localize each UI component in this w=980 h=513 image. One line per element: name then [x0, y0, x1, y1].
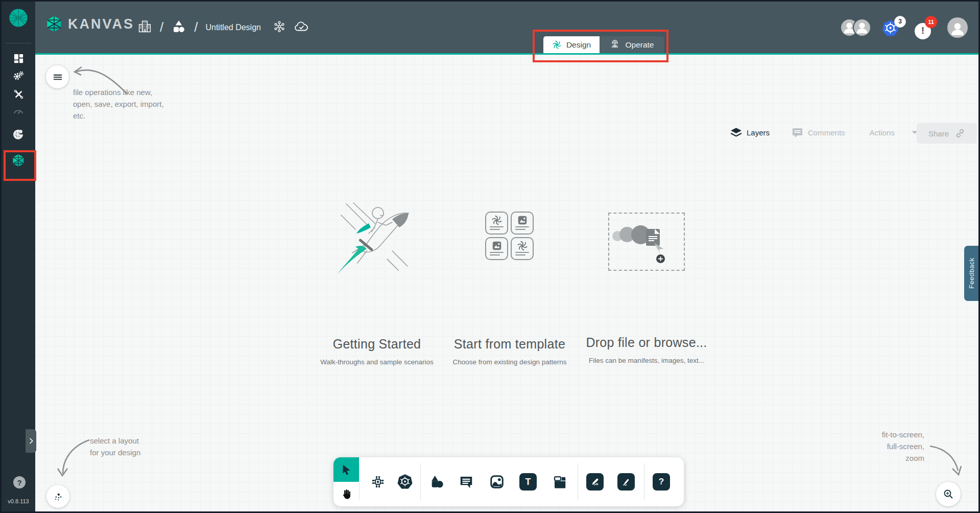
help-tool-icon: ?: [653, 473, 670, 491]
text-tool-icon: T: [519, 473, 537, 491]
sidebar-item-performance[interactable]: [2, 104, 35, 122]
tool-help[interactable]: ?: [652, 473, 671, 491]
annotation-arrow-zoom: [927, 439, 965, 482]
extensions-icon: [12, 128, 25, 143]
breadcrumb: / / Untitled Design: [137, 2, 309, 53]
annotation-file-ops: file operations like new, open, save, ex…: [73, 86, 164, 122]
tool-image[interactable]: [488, 473, 506, 491]
top-header: KANVAS / / Untitled Design: [35, 2, 978, 53]
gears-icon: [12, 70, 25, 84]
tool-comment[interactable]: [457, 473, 475, 491]
kubernetes-count-badge: 3: [894, 16, 906, 28]
section-icon: [552, 474, 567, 489]
kanvas-brand[interactable]: KANVAS: [45, 15, 134, 33]
sidebar-item-extensions[interactable]: [2, 127, 35, 144]
card-drop-file[interactable]: [608, 213, 685, 271]
tool-components[interactable]: [369, 473, 387, 491]
layers-icon: [730, 126, 743, 139]
zoom-in-magnifier-icon: [942, 488, 954, 500]
kubernetes-context-switcher[interactable]: 3: [881, 16, 915, 39]
card-title: Drop file or browse...: [575, 335, 718, 350]
tab-design[interactable]: Design: [543, 36, 600, 53]
card-start-from-template[interactable]: [485, 212, 534, 260]
notifications-button[interactable]: ! 11: [915, 14, 943, 41]
toolbar-divider: [644, 463, 644, 500]
tools-icon: [13, 88, 25, 102]
tab-operate[interactable]: Operate: [600, 36, 664, 53]
kanvas-logo-text: KANVAS: [68, 16, 134, 32]
question-mark-glyph: ?: [17, 478, 21, 487]
template-tile: [511, 237, 534, 260]
dashboard-grid-icon: [13, 53, 25, 66]
component-circuit-icon: [370, 474, 386, 489]
actions-dropdown[interactable]: Actions: [870, 128, 919, 137]
layers-label: Layers: [747, 128, 770, 137]
toolbar-divider: [420, 463, 421, 500]
sidebar-expand-button[interactable]: [26, 429, 36, 453]
app-version: v0.8.113: [2, 498, 35, 504]
comments-button[interactable]: Comments: [791, 126, 845, 139]
environment-cluster-icon[interactable]: [273, 20, 286, 35]
card-subtitle: Files can be manifests, images, text...: [570, 357, 723, 364]
menu-hamburger-icon: [52, 72, 63, 83]
card-getting-started[interactable]: Getting Started Walk-throughs and sample…: [305, 201, 448, 369]
toolbar-divider: [578, 463, 578, 500]
feedback-tab[interactable]: Feedback: [964, 246, 978, 301]
tool-shapes[interactable]: [427, 473, 446, 491]
help-button[interactable]: ?: [13, 476, 26, 488]
sidebar-item-configuration[interactable]: [2, 86, 35, 104]
tool-pen[interactable]: [586, 473, 604, 491]
tool-text[interactable]: T: [519, 473, 537, 491]
designs-shapes-icon[interactable]: [171, 19, 186, 36]
tool-select-cursor[interactable]: [333, 457, 359, 482]
rocket-illustration: [331, 202, 423, 283]
design-canvas[interactable]: Layers Comments Actions Share: [35, 55, 978, 511]
card-title: Start from template: [438, 337, 581, 352]
breadcrumb-separator: /: [160, 19, 163, 35]
header-accent-bar: [35, 53, 978, 55]
drop-cursor-icon: [653, 242, 666, 255]
collaborators-avatars[interactable]: [840, 18, 873, 37]
tab-operate-label: Operate: [625, 40, 654, 50]
breadcrumb-separator: /: [194, 19, 198, 35]
kanvas-logo-icon: [45, 15, 63, 33]
annotation-layout: select a layout for your design: [90, 435, 140, 458]
share-button[interactable]: Share: [917, 123, 977, 144]
sidebar-item-lifecycle[interactable]: [2, 68, 35, 86]
share-label: Share: [928, 129, 949, 138]
zoom-button[interactable]: [936, 482, 961, 506]
image-icon: [489, 474, 505, 489]
file-menu-button[interactable]: [46, 65, 69, 88]
tool-pencil[interactable]: [617, 473, 635, 491]
header-right-cluster: 3 ! 11: [840, 2, 978, 53]
sidebar-item-dashboard[interactable]: [2, 51, 35, 68]
cloud-saved-icon: [294, 19, 309, 36]
user-avatar[interactable]: [947, 17, 968, 38]
card-title: Getting Started: [305, 337, 448, 352]
design-name[interactable]: Untitled Design: [205, 23, 261, 32]
notification-count-badge: 11: [925, 16, 937, 28]
annotation-arrow-layout: [51, 433, 93, 484]
tool-pan-hand[interactable]: [333, 482, 359, 506]
layout-selector-button[interactable]: [46, 485, 69, 508]
comments-icon: [791, 126, 804, 139]
sidebar-divider: [6, 43, 31, 43]
annotation-zoom: fit-to-screen, full-screen, zoom: [844, 429, 924, 464]
sidebar-item-kanvas[interactable]: [2, 153, 35, 170]
layers-button[interactable]: Layers: [730, 126, 770, 139]
bottom-toolbar: T: [333, 457, 684, 506]
mode-tabs: Design Operate: [543, 36, 664, 53]
tool-section[interactable]: [551, 473, 569, 491]
template-tile: [511, 212, 534, 235]
gauge-icon: [12, 106, 25, 120]
operate-headset-icon: [609, 38, 620, 52]
template-tile: [485, 237, 508, 260]
design-spiral-icon: [552, 40, 562, 50]
organization-icon[interactable]: [137, 19, 152, 36]
meshery-logo-icon[interactable]: [8, 8, 29, 28]
pencil-draw-icon: [617, 473, 635, 491]
kubernetes-wheel-icon: [396, 473, 414, 491]
tool-kubernetes[interactable]: [396, 473, 414, 491]
app-window: ? v0.8.113 KANVAS / / Untitled Design: [2, 2, 978, 511]
layout-graph-icon: [53, 492, 63, 502]
